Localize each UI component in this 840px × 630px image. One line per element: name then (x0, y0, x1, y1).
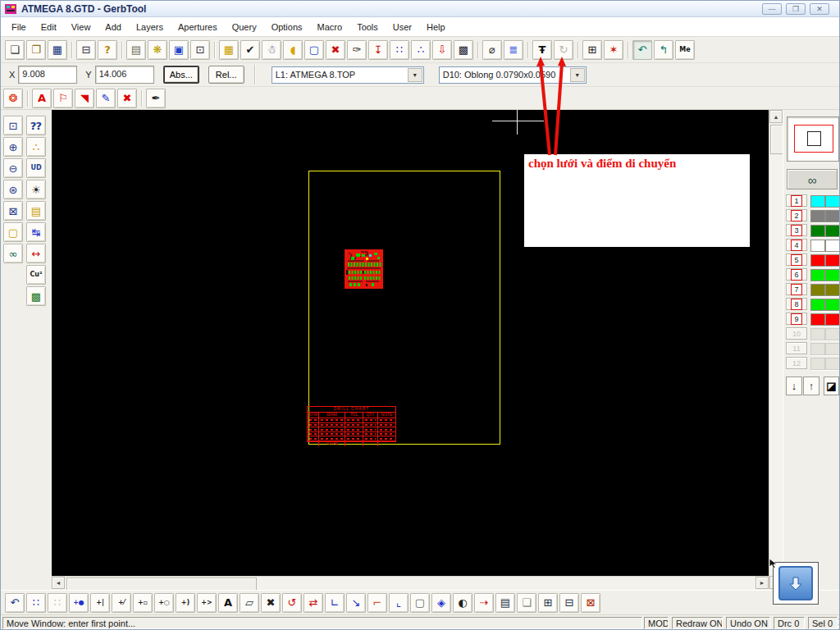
find-query-button[interactable]: ⁇ (26, 116, 46, 135)
delete-item-button[interactable]: ✖ (261, 593, 281, 613)
chevron-down-icon[interactable]: ▼ (570, 68, 585, 82)
relative-mode-button[interactable]: Rel... (208, 66, 244, 84)
layer-color-swatch[interactable] (825, 254, 840, 267)
flash-origin-button[interactable]: ❂ (3, 89, 23, 108)
ud-query-button[interactable]: UD (26, 158, 46, 178)
add-any-trace-button[interactable]: +⁄ (112, 593, 131, 613)
new-file-button[interactable]: ❏ (5, 40, 25, 60)
grid-toggle-button[interactable]: ⊞ (582, 40, 602, 60)
rotate-item-button[interactable]: ↺ (282, 593, 302, 613)
layer-color-swatch[interactable] (825, 225, 840, 237)
birdseye-preview[interactable] (787, 116, 839, 162)
menu-item-macro[interactable]: Macro (310, 20, 350, 34)
select-dcodes-button[interactable]: ∷ (26, 593, 46, 613)
absolute-mode-button[interactable]: Abs... (163, 66, 199, 84)
menu-item-edit[interactable]: Edit (34, 20, 64, 34)
layer-color-swatch[interactable] (810, 313, 825, 326)
layer-number-button-3[interactable]: 3 (786, 224, 807, 236)
zoom-previous-button[interactable]: ⊛ (3, 180, 23, 199)
move-to-layer-button[interactable]: ↘ (346, 593, 366, 613)
menu-item-query[interactable]: Query (225, 20, 264, 34)
copper-area-button[interactable]: Cu² (26, 265, 46, 285)
layer-color-swatch[interactable] (810, 240, 825, 252)
minimize-button[interactable]: — (762, 3, 782, 15)
net-probe-button[interactable]: ∴ (411, 40, 431, 60)
pad-window-button[interactable]: ▩ (454, 40, 473, 60)
callout-tool-button[interactable]: ⚐ (53, 89, 73, 108)
layer-number-button-4[interactable]: 4 (786, 239, 807, 251)
layer-number-button-8[interactable]: 8 (786, 298, 807, 310)
layer-number-button-1[interactable]: 1 (786, 194, 807, 207)
origin-axes-button[interactable]: ∟ (325, 593, 345, 613)
visibility-off-button[interactable]: ✖ (326, 40, 345, 60)
sample-points-button[interactable]: ∷ (390, 40, 409, 60)
print-button[interactable]: ⊟ (76, 40, 96, 60)
view-film-button[interactable]: ∞ (3, 244, 23, 263)
drawing-canvas[interactable]: DRILL CHART SYMDIAMTOLQTYNOTE TOTAL chọn… (52, 110, 769, 576)
fill-pointer-tool-button[interactable]: ◥ (75, 89, 94, 108)
swap-items-button[interactable]: ⇄ (304, 593, 323, 613)
results-dialog-button[interactable]: ▤ (495, 593, 515, 613)
add-flash-button[interactable]: +● (69, 593, 89, 613)
layers-stack-button[interactable]: ▤ (126, 40, 146, 60)
layer-color-swatch[interactable] (825, 210, 840, 222)
layer-scroll-down-button[interactable]: ↓ (786, 377, 802, 395)
flash-view-button[interactable]: ☀ (26, 180, 46, 199)
measure-centers-button[interactable]: ↔ (26, 244, 46, 263)
delete-tool-button[interactable]: ✖ (117, 89, 137, 108)
trace-direction-button[interactable]: ⇢ (474, 593, 494, 613)
query-pen-button[interactable]: ✑ (347, 40, 367, 60)
zoom-in-button[interactable]: ⊕ (3, 137, 23, 157)
add-text-button[interactable]: A (218, 593, 238, 613)
zoom-extents-button[interactable]: ▢ (3, 222, 23, 242)
menu-item-help[interactable]: Help (419, 20, 453, 34)
color-brush-tool-button[interactable]: ✒ (146, 89, 166, 108)
mouse-options-button[interactable]: ⌀ (482, 40, 502, 60)
menu-item-apertures[interactable]: Apertures (171, 20, 225, 34)
menu-item-options[interactable]: Options (264, 20, 310, 34)
save-file-button[interactable]: ▦ (48, 40, 67, 60)
menu-item-file[interactable]: File (4, 20, 34, 34)
import-tray-button[interactable]: ↧ (368, 40, 388, 60)
film-settings-button[interactable]: ▣ (169, 40, 189, 60)
dcode-select[interactable]: D10: Oblong 0.0790x0.0590 ▼ (439, 66, 587, 84)
chevron-down-icon[interactable]: ▼ (408, 68, 422, 82)
maximize-button[interactable]: ❐ (786, 3, 806, 15)
add-polygon-button[interactable]: ▱ (240, 593, 259, 613)
layer-color-swatch[interactable] (825, 313, 840, 326)
menu-item-add[interactable]: Add (98, 20, 129, 34)
zoom-selection-button[interactable]: ⊠ (3, 201, 23, 221)
film-add-button[interactable]: ⊞ (538, 593, 558, 613)
vertical-scroll-thumb[interactable] (770, 125, 783, 154)
layers-visibility-button[interactable]: ❋ (148, 40, 167, 60)
layer-scroll-up-button[interactable]: ↑ (803, 377, 819, 395)
corner-trim-button[interactable]: ⌐ (368, 593, 387, 613)
film-new-button[interactable]: ❏ (517, 593, 536, 613)
select-window-button[interactable]: ▢ (304, 40, 324, 60)
scroll-overlay-button[interactable] (773, 562, 819, 605)
layer-color-swatch[interactable] (810, 210, 825, 222)
board-extents-button[interactable]: ▩ (26, 286, 46, 306)
close-button[interactable]: ✕ (810, 3, 829, 15)
scroll-right-button[interactable]: ► (756, 577, 769, 589)
y-coordinate-field[interactable]: 14.006 (95, 66, 154, 84)
vertical-scrollbar[interactable]: ▲ ▼ (769, 110, 783, 589)
help-button[interactable]: ? (98, 40, 117, 60)
x-coordinate-field[interactable]: 9.008 (18, 66, 77, 84)
screen-query-button[interactable]: ⊡ (190, 40, 210, 60)
layer-color-swatch[interactable] (825, 240, 840, 252)
arc-corner-mode-button[interactable]: ↰ (654, 40, 673, 60)
layer-color-swatch[interactable] (810, 195, 825, 208)
add-rectangle-button[interactable]: +▫ (133, 593, 153, 613)
me-mode-button[interactable]: Me (675, 40, 695, 60)
undo-button[interactable]: ↶ (5, 593, 25, 613)
horizontal-scroll-thumb[interactable] (66, 578, 257, 591)
scroll-left-button[interactable]: ◄ (52, 577, 65, 589)
open-folder-button[interactable]: ❐ (26, 40, 46, 60)
layer-number-button-2[interactable]: 2 (786, 209, 807, 221)
drc-check-button[interactable]: ✔ (240, 40, 260, 60)
horizontal-scrollbar[interactable]: ◄ ► (52, 576, 769, 590)
composite-align-button[interactable]: Ŧ (532, 40, 552, 60)
menu-item-user[interactable]: User (386, 20, 419, 34)
snap-lines-button[interactable]: ⌞ (389, 593, 409, 613)
